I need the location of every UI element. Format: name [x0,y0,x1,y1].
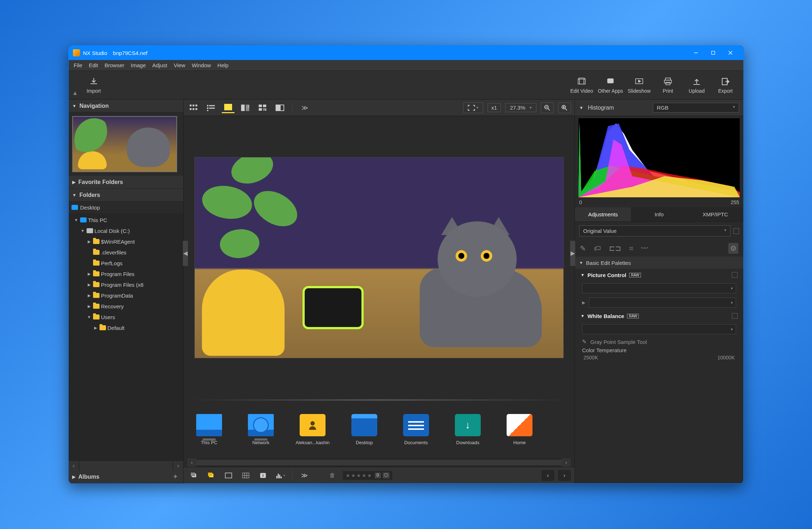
fs-this-pc[interactable]: This PC [189,414,229,445]
filmstrip-scrollbar[interactable]: ‹› [187,458,571,467]
tree-scrollbar[interactable]: ‹› [69,460,183,470]
window-minimize[interactable] [687,46,705,60]
menu-help[interactable]: Help [215,61,231,69]
window-maximize[interactable] [705,46,722,60]
fs-home[interactable]: Home [500,414,539,445]
zoom-select[interactable]: 27.3%▾ [505,103,536,112]
tab-xmp-iptc[interactable]: XMP/IPTC [687,207,743,221]
fs-desktop[interactable]: Desktop [345,414,384,445]
tree-perflogs[interactable]: PerfLogs [69,258,183,268]
other-apps-button[interactable]: APP Other Apps [596,77,625,94]
basic-edit-header[interactable]: ▼Basic Edit Palettes [575,257,743,269]
straighten-icon[interactable]: ⊏⊐ [609,244,621,253]
picture-control-header[interactable]: ▼ Picture Control RAW [575,269,743,281]
menu-window[interactable]: Window [190,61,213,69]
chevron-right-icon[interactable]: ▶ [582,300,585,305]
fs-downloads[interactable]: ↓Downloads [448,414,488,445]
aspect-icon[interactable] [222,470,235,481]
before-after-button[interactable] [273,102,286,113]
gray-point-tool[interactable]: ✎Gray Point Sample Tool [575,336,743,347]
preset-checkbox[interactable] [733,228,739,234]
menu-view[interactable]: View [171,61,187,69]
print-button[interactable]: Print [654,77,682,94]
delete-button[interactable]: 🗑 [326,470,339,481]
fs-network[interactable]: Network [241,414,281,445]
right-collapse-handle[interactable]: ▶ [570,241,575,266]
histogram-icon[interactable]: ▾ [273,470,287,481]
tree-recovery[interactable]: ▶Recovery [69,301,183,312]
menu-image[interactable]: Image [129,61,148,69]
curve-icon[interactable]: 〰 [641,244,648,253]
tree-program-files-x86[interactable]: ▶Program Files (x8 [69,279,183,290]
white-balance-select[interactable]: ▾ [582,324,736,334]
picture-control-checkbox[interactable] [732,272,738,278]
white-balance-header[interactable]: ▼ White Balance RAW [575,310,743,322]
svg-rect-19 [209,105,215,106]
menu-browser[interactable]: Browser [102,61,126,69]
compare-4-button[interactable]: 4 [256,102,269,113]
tree-default[interactable]: ▶Default [69,322,183,333]
zoom-in-button[interactable] [558,102,571,113]
preview-image [194,157,564,358]
edit-video-button[interactable]: Edit Video [567,77,596,94]
stack-yellow-icon[interactable] [204,470,218,481]
navigation-header[interactable]: ▼Navigation [69,100,183,112]
tree-users[interactable]: ▼Users [69,312,183,322]
svg-text:i: i [262,473,263,478]
window-close[interactable] [722,46,739,60]
albums-header[interactable]: ▶Albums+ [69,470,183,483]
single-view-button[interactable] [222,102,235,113]
tree-local-disk[interactable]: ▼Local Disk (C:) [69,225,183,236]
histogram-header[interactable]: ▼ Histogram RGB▾ [575,100,743,116]
stack-icon[interactable] [187,470,201,481]
fs-user[interactable]: Aleksan...kashin [293,414,332,445]
list-view-button[interactable] [204,102,217,113]
favorite-folders-header[interactable]: ▶Favorite Folders [69,176,183,189]
menu-file[interactable]: File [71,61,84,69]
picture-control-select[interactable]: ▾ [582,283,736,293]
navigation-thumbnail[interactable] [72,116,177,172]
tree-this-pc[interactable]: ▼This PC [69,215,183,225]
info-icon[interactable]: i [256,470,270,481]
tab-info[interactable]: Info [631,207,687,221]
tree-program-files[interactable]: ▶Program Files [69,268,183,279]
fit-screen-button[interactable]: ▾ [463,102,483,113]
image-viewer[interactable]: ◀ ▶ [184,116,575,399]
fs-documents[interactable]: Documents [396,414,436,445]
zoom-out-button[interactable] [541,102,554,113]
export-button[interactable]: Export [711,77,740,94]
more-bottom-button[interactable]: ≫ [297,470,311,481]
folders-header[interactable]: ▼Folders [69,189,183,202]
tab-adjustments[interactable]: Adjustments [575,207,631,221]
label-chip[interactable]: ◯ [383,473,389,478]
upload-button[interactable]: Upload [682,77,711,94]
tree-cleverfiles[interactable]: .cleverfiles [69,247,183,258]
menu-adjust[interactable]: Adjust [150,61,170,69]
eyedropper-icon[interactable]: ✎ [580,244,586,253]
compare-2-button[interactable]: 2 [239,102,252,113]
grid-view-button[interactable] [187,102,200,113]
crop-icon[interactable]: ⌗ [629,244,633,253]
histogram-mode-select[interactable]: RGB▾ [653,103,739,112]
grid-icon[interactable] [239,470,253,481]
import-button[interactable]: Import [79,77,108,94]
more-views-button[interactable]: ≫ [298,102,311,113]
tag-icon[interactable]: 🏷 [594,244,601,253]
next-button[interactable]: › [558,470,571,481]
picture-control-sub-select[interactable]: ▾ [589,298,736,308]
zoom-ratio[interactable]: x1 [488,103,501,112]
toolbar-expand-left-icon[interactable]: ▲ [72,71,78,99]
slideshow-button[interactable]: Slideshow [625,77,654,94]
menu-edit[interactable]: Edit [87,61,100,69]
tree-programdata[interactable]: ▶ProgramData [69,290,183,301]
folder-icon [93,293,100,298]
rating-stars[interactable]: ★★★★★ 0 ◯ [343,471,392,480]
folder-root-desktop[interactable]: Desktop [69,202,183,213]
left-collapse-handle[interactable]: ◀ [183,241,188,266]
prev-button[interactable]: ‹ [541,470,554,481]
preset-select[interactable]: Original Value▾ [579,225,730,236]
gear-icon[interactable]: ⚙ [728,243,738,254]
tree-winreagent[interactable]: ▶$WinREAgent [69,236,183,247]
add-album-icon[interactable]: + [173,473,177,481]
white-balance-checkbox[interactable] [732,313,738,319]
